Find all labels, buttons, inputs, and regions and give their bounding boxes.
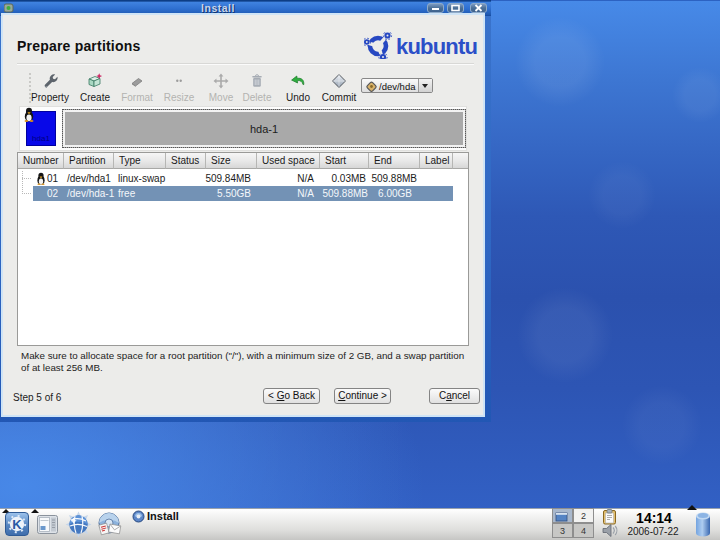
svg-text:kubuntu: kubuntu (396, 34, 477, 59)
svg-text:K: K (12, 517, 22, 532)
